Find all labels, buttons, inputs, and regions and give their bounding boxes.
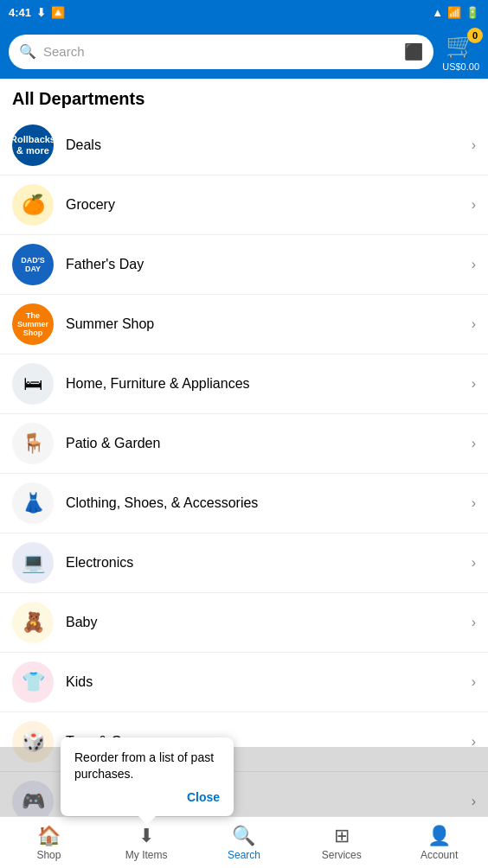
dept-icon-fathersday: DAD'S DAY xyxy=(12,244,54,285)
dept-item-kids[interactable]: 👕Kids› xyxy=(0,653,488,712)
barcode-icon[interactable]: ⬛ xyxy=(404,42,423,61)
dept-icon-home: 🛏 xyxy=(12,363,54,405)
dept-label-grocery: Grocery xyxy=(66,197,472,213)
nav-label-account: Account xyxy=(421,849,458,861)
dept-chevron-clothing: › xyxy=(472,495,476,511)
dept-label-deals: Deals xyxy=(66,137,472,153)
search-placeholder: Search xyxy=(43,44,397,59)
header: 🔍 Search ⬛ 0 🛒 US$0.00 xyxy=(0,24,488,79)
wifi-icon: ▲ xyxy=(432,6,443,19)
dept-icon-grocery: 🍊 xyxy=(12,184,54,226)
nav-icon-shop: 🏠 xyxy=(37,825,61,847)
tooltip-text: Reorder from a list of past purchases. xyxy=(74,750,214,782)
dept-chevron-home: › xyxy=(472,376,476,392)
dept-icon-kids: 👕 xyxy=(12,661,54,703)
dept-item-fathersday[interactable]: DAD'S DAYFather's Day› xyxy=(0,235,488,295)
nav-label-search: Search xyxy=(228,849,260,861)
dept-icon-clothing: 👗 xyxy=(12,482,54,524)
battery-icon: 🔋 xyxy=(466,6,479,19)
status-left: 4:41 ⬇ 🔼 xyxy=(9,6,65,19)
dept-icon-electronics: 💻 xyxy=(12,542,54,584)
cart-button[interactable]: 0 🛒 US$0.00 xyxy=(442,31,479,72)
dept-label-electronics: Electronics xyxy=(66,555,472,571)
dept-chevron-grocery: › xyxy=(472,197,476,213)
nav-label-services: Services xyxy=(322,849,362,861)
nav-icon-items: ⬇ xyxy=(138,825,154,847)
tooltip-close-button[interactable]: Close xyxy=(74,790,220,804)
status-time: 4:41 xyxy=(9,6,31,19)
nav-label-items: My Items xyxy=(125,849,168,861)
nav-icon-search: 🔍 xyxy=(232,825,255,847)
tooltip: Reorder from a list of past purchases. C… xyxy=(61,737,234,816)
dept-chevron-baby: › xyxy=(472,615,476,630)
dept-chevron-patio: › xyxy=(472,436,476,451)
dept-item-deals[interactable]: Rollbacks & moreDeals› xyxy=(0,116,488,176)
alert-icon: 🔼 xyxy=(51,6,65,19)
nav-item-account[interactable]: 👤Account xyxy=(390,817,488,868)
search-bar[interactable]: 🔍 Search ⬛ xyxy=(9,35,433,69)
status-bar: 4:41 ⬇ 🔼 ▲ 📶 🔋 xyxy=(0,0,488,24)
search-icon: 🔍 xyxy=(19,43,36,60)
dept-item-baby[interactable]: 🧸Baby› xyxy=(0,593,488,653)
dept-item-electronics[interactable]: 💻Electronics› xyxy=(0,533,488,593)
dept-chevron-deals: › xyxy=(472,137,476,153)
tooltip-arrow xyxy=(138,816,156,825)
dept-icon-patio: 🪑 xyxy=(12,423,54,464)
dept-label-kids: Kids xyxy=(66,674,472,690)
dept-chevron-electronics: › xyxy=(472,555,476,571)
dept-item-grocery[interactable]: 🍊Grocery› xyxy=(0,176,488,235)
department-list: Rollbacks & moreDeals›🍊Grocery›DAD'S DAY… xyxy=(0,116,488,821)
nav-label-shop: Shop xyxy=(36,849,61,861)
dept-icon-summer: The Summer Shop xyxy=(12,303,54,345)
nav-icon-services: ⊞ xyxy=(334,825,350,847)
dept-label-clothing: Clothing, Shoes, & Accessories xyxy=(66,495,472,511)
dept-label-patio: Patio & Garden xyxy=(66,436,472,451)
dept-item-summer[interactable]: The Summer ShopSummer Shop› xyxy=(0,295,488,354)
dept-label-home: Home, Furniture & Appliances xyxy=(66,376,472,392)
cart-price: US$0.00 xyxy=(442,61,479,72)
nav-item-search[interactable]: 🔍Search xyxy=(196,817,293,868)
dept-item-home[interactable]: 🛏Home, Furniture & Appliances› xyxy=(0,354,488,414)
dept-icon-baby: 🧸 xyxy=(12,602,54,643)
bottom-nav: 🏠Shop⬇My Items🔍Search⊞Services👤Account xyxy=(0,816,488,868)
status-right: ▲ 📶 🔋 xyxy=(432,6,479,19)
nav-icon-account: 👤 xyxy=(427,825,451,847)
dept-chevron-summer: › xyxy=(472,316,476,332)
dept-chevron-fathersday: › xyxy=(472,257,476,272)
nav-item-shop[interactable]: 🏠Shop xyxy=(0,817,98,868)
cart-badge: 0 xyxy=(467,28,483,43)
dept-label-fathersday: Father's Day xyxy=(66,257,472,272)
download-icon: ⬇ xyxy=(36,6,46,19)
nav-item-services[interactable]: ⊞Services xyxy=(292,817,390,868)
dept-chevron-kids: › xyxy=(472,674,476,690)
signal-icon: 📶 xyxy=(447,6,461,19)
dept-label-summer: Summer Shop xyxy=(66,316,472,332)
dept-icon-deals: Rollbacks & more xyxy=(12,124,54,166)
dept-item-patio[interactable]: 🪑Patio & Garden› xyxy=(0,414,488,474)
dept-label-baby: Baby xyxy=(66,615,472,630)
dept-item-clothing[interactable]: 👗Clothing, Shoes, & Accessories› xyxy=(0,474,488,533)
page-title: All Departments xyxy=(0,79,488,116)
